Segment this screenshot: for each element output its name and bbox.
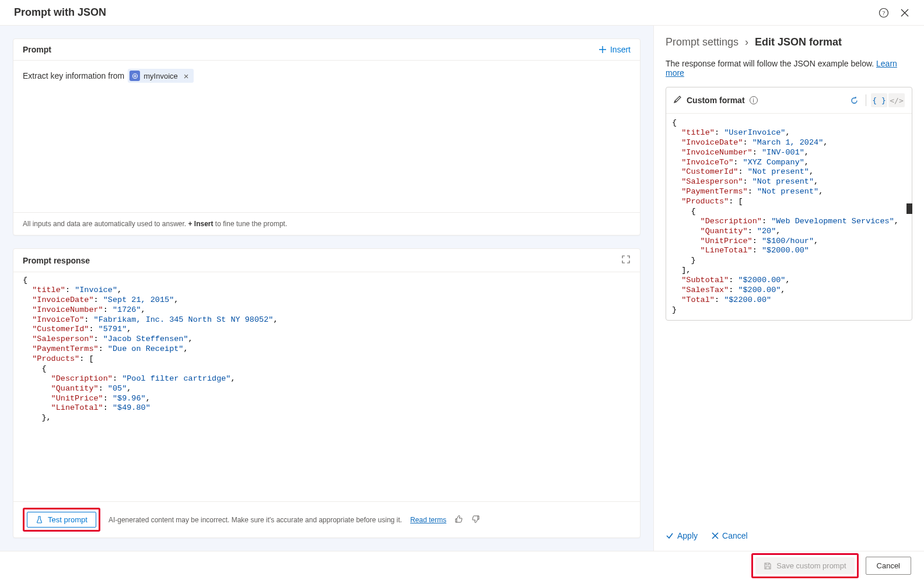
info-icon[interactable]: i <box>750 96 758 104</box>
prompt-card: Prompt Insert Extract key information fr… <box>13 38 640 235</box>
help-icon[interactable]: ? <box>878 8 889 18</box>
input-chip[interactable]: myInvoice × <box>128 69 193 83</box>
prompt-footer-bold: + Insert <box>188 220 214 228</box>
resize-handle[interactable] <box>907 203 912 214</box>
save-icon <box>764 562 772 570</box>
test-prompt-label: Test prompt <box>48 515 88 524</box>
prompt-footer-prefix: All inputs and data are automatically us… <box>23 220 188 228</box>
response-json[interactable]: { "title": "Invoice", "InvoiceDate": "Se… <box>13 272 640 502</box>
cancel-button[interactable]: Cancel <box>866 557 911 575</box>
save-custom-prompt-button[interactable]: Save custom prompt <box>755 557 854 574</box>
separator <box>866 94 866 106</box>
prompt-card-title: Prompt <box>23 45 51 54</box>
cancel-link[interactable]: Cancel <box>712 531 748 540</box>
right-panel: Prompt settings › Edit JSON format The r… <box>653 26 924 551</box>
dialog-title: Prompt with JSON <box>14 6 106 19</box>
thumbs-down-icon[interactable] <box>471 515 480 525</box>
cancel-link-label: Cancel <box>722 531 748 540</box>
document-icon <box>130 71 140 81</box>
dialog-footer: Save custom prompt Cancel <box>0 551 924 580</box>
response-card-title: Prompt response <box>23 256 90 265</box>
chip-label: myInvoice <box>144 72 178 80</box>
close-icon[interactable] <box>900 8 910 18</box>
json-view-toggle[interactable]: { } <box>871 93 887 107</box>
beaker-icon <box>36 516 43 523</box>
format-card: Custom format i { } </> { "title": "User… <box>666 87 912 321</box>
breadcrumb-parent[interactable]: Prompt settings <box>666 36 738 48</box>
apply-button[interactable]: Apply <box>666 531 698 540</box>
apply-label: Apply <box>677 531 698 540</box>
format-json-editor[interactable]: { "title": "UserInvoice", "InvoiceDate":… <box>666 114 912 320</box>
response-card: Prompt response { "title": "Invoice", "I… <box>13 248 640 538</box>
left-panel: Prompt Insert Extract key information fr… <box>0 26 653 551</box>
prompt-footer-suffix: to fine tune the prompt. <box>214 220 288 228</box>
prompt-footer: All inputs and data are automatically us… <box>13 212 640 235</box>
read-terms-link[interactable]: Read terms <box>410 516 446 524</box>
prompt-prefix-text: Extract key information from <box>23 71 124 80</box>
format-title: Custom format <box>687 96 745 105</box>
ai-disclaimer: AI-generated content may be incorrect. M… <box>108 516 402 524</box>
dialog-header: Prompt with JSON ? <box>0 0 924 26</box>
insert-button[interactable]: Insert <box>598 45 631 54</box>
svg-text:?: ? <box>883 9 886 16</box>
insert-label: Insert <box>610 45 631 54</box>
test-prompt-highlight: Test prompt <box>23 508 100 532</box>
save-label: Save custom prompt <box>776 561 846 570</box>
hint-text: The response format will follow the JSON… <box>666 59 912 78</box>
check-icon <box>666 532 674 540</box>
breadcrumb-current: Edit JSON format <box>755 36 842 48</box>
test-prompt-button[interactable]: Test prompt <box>27 512 96 528</box>
chevron-right-icon: › <box>745 36 748 48</box>
breadcrumb: Prompt settings › Edit JSON format <box>666 36 912 48</box>
pencil-icon <box>673 95 682 106</box>
hint-prefix: The response format will follow the JSON… <box>666 59 876 68</box>
prompt-input-area[interactable]: Extract key information from myInvoice × <box>13 61 640 212</box>
code-view-toggle[interactable]: </> <box>888 93 905 107</box>
x-icon <box>712 532 719 539</box>
chip-close-icon[interactable]: × <box>184 71 189 81</box>
plus-icon <box>598 45 607 54</box>
thumbs-up-icon[interactable] <box>454 515 463 525</box>
expand-icon[interactable] <box>621 255 631 266</box>
reset-icon[interactable] <box>846 92 862 108</box>
save-highlight: Save custom prompt <box>751 553 858 578</box>
